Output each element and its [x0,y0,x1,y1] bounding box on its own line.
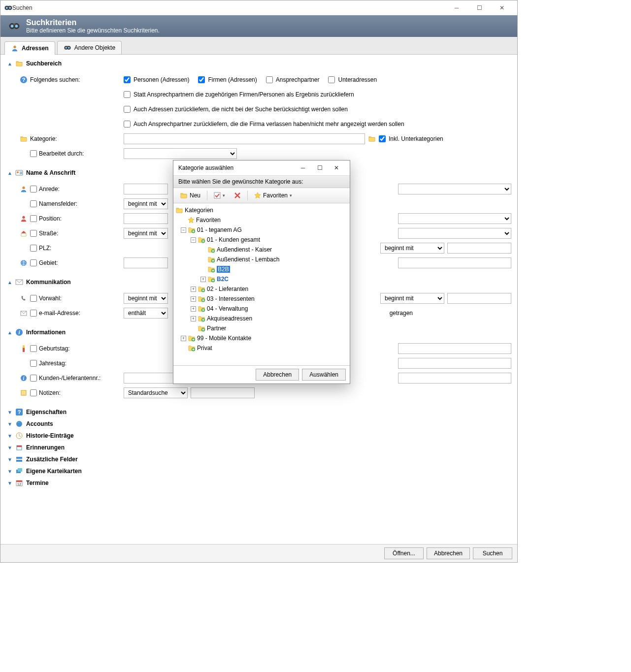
dialog-minimize-button[interactable]: ─ [295,161,311,175]
input-gebiet[interactable] [124,257,168,268]
open-button[interactable]: Öffnen... [384,547,424,559]
expand-down-icon: ▼ [7,480,12,486]
dialog-select-button[interactable]: Auswählen [302,369,346,381]
checkbox-notizen[interactable] [30,389,37,396]
checkbox-gebiet[interactable] [30,259,37,266]
tree-node-privat[interactable]: Privat [175,343,348,353]
input-kategorie[interactable] [124,133,365,144]
checkbox-vorwahl[interactable] [30,295,37,302]
input-position[interactable] [124,213,168,224]
label-kategorie: Kategorie: [30,135,57,142]
select-namensfelder-op[interactable]: beginnt mit [124,198,168,209]
collapse-node-icon[interactable]: − [181,227,186,233]
expand-node-icon[interactable]: + [181,336,186,341]
tree-node-favoriten[interactable]: Favoriten [175,215,348,225]
select-plz-op[interactable]: beginnt mit [380,243,444,254]
tree-node-lembach[interactable]: Außendienst - Lembach [175,255,348,264]
tree-node-interessenten[interactable]: +03 - Interessenten [175,294,348,304]
dialog-cancel-button[interactable]: Abbrechen [256,369,299,381]
checkbox-inkl-unterkategorien[interactable]: Inkl. Unterkategorien [379,135,443,142]
tree-node-lieferanten[interactable]: +02 - Lieferanten [175,284,348,294]
select-strasse-op[interactable]: beginnt mit [124,228,168,239]
checkbox-position[interactable] [30,215,37,222]
dialog-maximize-button[interactable]: ☐ [311,161,328,175]
cancel-button[interactable]: Abbrechen [427,547,470,559]
section-toggle-suchbereich[interactable]: ▲ Suchbereich [6,58,511,69]
checkbox-namensfelder[interactable] [30,200,37,207]
tree-node-mobile[interactable]: +99 - Mobile Kontakte [175,333,348,343]
select-strasse-extra[interactable] [398,228,511,239]
input-jahrestag-extra[interactable] [398,358,511,369]
expand-node-icon[interactable]: + [191,306,196,312]
section-toggle-accounts[interactable]: ▼Accounts [6,418,511,430]
section-toggle-historie[interactable]: ▼Historie-Einträge [6,430,511,442]
expand-node-icon[interactable]: + [191,296,196,302]
tab-andere-objekte[interactable]: Andere Objekte [57,41,122,54]
select-bearbeitet[interactable] [124,148,237,159]
select-notizen-mode[interactable]: Standardsuche [124,387,188,398]
input-plz-extra[interactable] [447,243,511,254]
select-email-op[interactable]: enthält [124,308,168,319]
select-vorwahl-op[interactable]: beginnt mit [124,293,168,304]
clock-icon [15,432,23,440]
svg-point-14 [22,216,25,219]
toolbar-favorites-button[interactable]: Favoriten▾ [251,190,296,201]
close-button[interactable]: ✕ [491,0,513,15]
tree-node-b2b[interactable]: B2B [175,264,348,274]
select-position-extra[interactable] [398,213,511,224]
section-toggle-eigene[interactable]: ▼Eigene Karteikarten [6,465,511,477]
svg-rect-20 [23,348,25,352]
checkbox-statt[interactable]: Statt Ansprechpartnern die zugehörigen F… [124,91,354,98]
toolbar-separator [207,191,207,200]
checkbox-kundennr[interactable] [30,375,37,382]
input-anrede[interactable] [124,184,168,194]
checkbox-personen[interactable]: Personen (Adressen) [124,76,189,83]
maximize-button[interactable]: ☐ [468,0,491,15]
toolbar-check-button[interactable]: ▾ [210,190,229,201]
checkbox-jahrestag[interactable] [30,360,37,367]
checkbox-geburtstag[interactable] [30,345,37,352]
section-toggle-termine[interactable]: ▼12Termine [6,477,511,489]
input-vorwahl-extra[interactable] [447,293,511,304]
checkbox-email[interactable] [30,310,37,317]
minimize-button[interactable]: ─ [445,0,468,15]
expand-node-icon[interactable]: + [191,287,196,292]
input-geburtstag-extra[interactable] [398,343,511,354]
label-vorwahl: Vorwahl: [39,295,62,302]
header-band: Suchkriterien Bitte definieren Sie die g… [0,15,517,37]
input-matchcode[interactable] [398,373,511,384]
expand-node-icon[interactable]: + [200,277,206,282]
select-anrede-extra[interactable] [398,184,511,194]
input-gebiet-extra[interactable] [398,257,511,268]
checkbox-strasse[interactable] [30,230,37,237]
checkbox-bearbeitet[interactable] [30,150,37,157]
tree-node-b2c[interactable]: +B2C [175,274,348,284]
tree-node-kaiser[interactable]: Außendienst - Kaiser [175,245,348,255]
expand-node-icon[interactable]: + [191,316,196,321]
tree-node-partner[interactable]: Partner [175,323,348,333]
section-toggle-zusatz[interactable]: ▼Zusätzliche Felder [6,453,511,465]
folder-open-icon[interactable] [368,135,376,143]
tree-node-root[interactable]: Kategorien [175,205,348,215]
tree-node-teganem[interactable]: −01 - teganem AG [175,225,348,235]
section-toggle-erinnerungen[interactable]: ▼Erinnerungen [6,442,511,453]
tree-node-kunden[interactable]: −01 - Kunden gesamt [175,235,348,245]
toolbar-delete-button[interactable] [231,190,244,201]
section-toggle-eigenschaften[interactable]: ▼?Eigenschaften [6,406,511,418]
checkbox-auch-ansprech[interactable]: Auch Ansprechpartner zurückliefern, die … [124,121,404,128]
checkbox-unteradressen[interactable]: Unteradressen [328,76,377,83]
checkbox-auch-adressen[interactable]: Auch Adressen zurückliefern, die nicht b… [124,106,348,113]
search-button[interactable]: Suchen [473,547,512,559]
collapse-node-icon[interactable]: − [191,237,196,243]
input-notizen[interactable] [191,387,255,398]
dialog-close-button[interactable]: ✕ [328,161,345,175]
checkbox-ansprechpartner[interactable]: Ansprechpartner [266,76,320,83]
tab-adressen[interactable]: Adressen [4,41,55,55]
toolbar-new-button[interactable]: Neu [176,190,204,201]
tree-node-akquise[interactable]: +Akquiseadressen [175,314,348,323]
tree-node-verwaltung[interactable]: +04 - Verwaltung [175,304,348,314]
checkbox-plz[interactable] [30,245,37,252]
select-vorwahl-extra-op[interactable]: beginnt mit [380,293,444,304]
checkbox-firmen[interactable]: Firmen (Adressen) [198,76,257,83]
checkbox-anrede[interactable] [30,186,37,192]
